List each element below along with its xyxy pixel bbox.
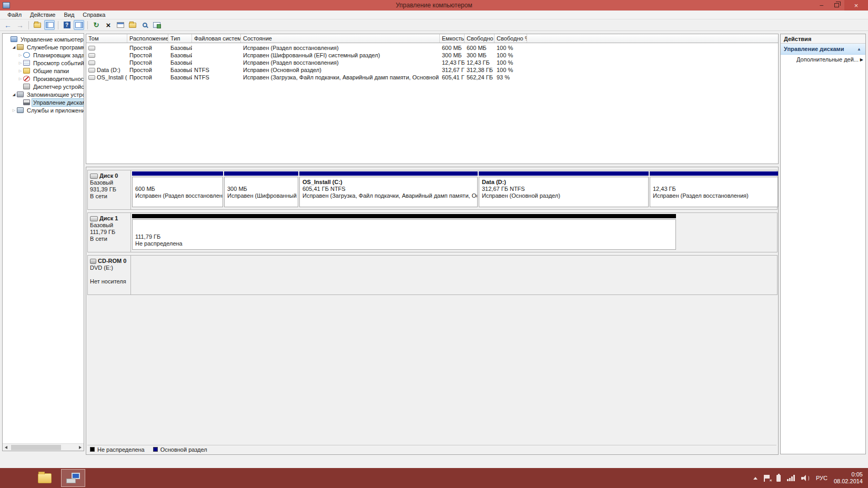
minimize-button[interactable]: – (814, 0, 829, 11)
column-header-status[interactable]: Состояние (241, 34, 440, 43)
show-action-pane-button[interactable] (74, 20, 84, 30)
scrollbar-thumb[interactable] (11, 445, 61, 450)
actions-group-disk-management[interactable]: Управление дисками (781, 44, 865, 55)
forward-button[interactable]: → (15, 20, 25, 30)
open-button[interactable] (127, 20, 138, 30)
task-scheduler-icon (23, 52, 30, 58)
volume-row[interactable]: Простой Базовый Исправен (Шифрованный (E… (86, 52, 778, 59)
expand-expander-icon[interactable]: ▷ (17, 69, 23, 73)
expand-expander-icon[interactable]: ▷ (11, 108, 17, 113)
horizontal-scrollbar[interactable] (3, 443, 84, 451)
partition-unallocated[interactable]: 111,79 ГБ Не распределена (132, 214, 676, 250)
action-center-flag-icon[interactable]: × (764, 475, 770, 482)
back-icon: ← (4, 21, 12, 29)
restore-button[interactable] (829, 0, 844, 11)
battery-icon[interactable] (776, 475, 781, 482)
actions-item-more-actions[interactable]: Дополнительные дей... (781, 55, 865, 64)
scroll-right-icon[interactable] (76, 444, 84, 451)
volume-type: Базовый (168, 59, 192, 66)
disk-graphical-view: Диск 0 Базовый 931,39 ГБ В сети 600 МБ И… (86, 167, 779, 455)
language-indicator[interactable]: РУС (816, 475, 827, 481)
volume-row[interactable]: Простой Базовый Исправен (Раздел восстан… (86, 59, 778, 66)
expand-expander-icon[interactable]: ▷ (17, 77, 23, 81)
date: 08.02.2014 (834, 478, 863, 485)
partition-data-d[interactable]: Data (D:) 312,67 ГБ NTFS Исправен (Основ… (479, 171, 649, 207)
menu-view[interactable]: Вид (59, 11, 78, 19)
taskbar-file-explorer[interactable] (33, 469, 57, 487)
column-header-capacity[interactable]: Емкость (440, 34, 465, 43)
menu-bar: Файл Действие Вид Справка (0, 11, 868, 19)
tree-item-task-scheduler[interactable]: ▷ Планировщик заданий (3, 51, 84, 59)
menu-action[interactable]: Действие (26, 11, 59, 19)
up-folder-button[interactable] (32, 20, 43, 30)
volume-row[interactable]: OS_Install (C:) Простой Базовый NTFS Исп… (86, 74, 778, 81)
column-header-type[interactable]: Тип (168, 34, 192, 43)
disk-1-label[interactable]: Диск 1 Базовый 111,79 ГБ В сети (88, 213, 131, 252)
volume-name: Data (D:) (97, 66, 120, 74)
cdrom-0-label[interactable]: CD-ROM 0 DVD (E:) Нет носителя (88, 256, 131, 294)
partition-color-strip (479, 171, 649, 176)
partition-efi-300mb[interactable]: 300 МБ Исправен (Шифрованный (EFI) систе… (224, 171, 298, 207)
disk-0-label[interactable]: Диск 0 Базовый 931,39 ГБ В сети (88, 170, 131, 209)
cdrom-drive-letter: DVD (E:) (90, 265, 128, 271)
volume-type: Базовый (168, 74, 192, 81)
disk-status: В сети (90, 236, 128, 242)
disk-icon (90, 216, 98, 221)
properties-button[interactable] (115, 20, 126, 30)
disk-row-0: Диск 0 Базовый 931,39 ГБ В сети 600 МБ И… (87, 170, 778, 210)
disk-row-1: Диск 1 Базовый 111,79 ГБ В сети 111,79 Г… (87, 212, 778, 252)
column-header-free-percent[interactable]: Свободно % (494, 34, 527, 43)
computer-management-icon (66, 473, 80, 483)
primary-partition-swatch-icon (153, 447, 158, 452)
delete-button[interactable]: × (103, 20, 114, 30)
actions-item-label: Дополнительные дей... (796, 56, 860, 63)
column-header-free[interactable]: Свободно (465, 34, 494, 43)
show-console-tree-button[interactable] (44, 20, 55, 30)
volume-row[interactable]: Data (D:) Простой Базовый NTFS Исправен … (86, 66, 778, 74)
partition-os-install-c[interactable]: OS_Install (C:) 605,41 ГБ NTFS Исправен … (299, 171, 478, 207)
clock[interactable]: 0:05 08.02.2014 (834, 471, 863, 485)
disk-1-partitions: 111,79 ГБ Не распределена (131, 213, 777, 252)
collapse-expander-icon[interactable]: ◢ (11, 93, 17, 97)
column-header-layout[interactable]: Расположение (127, 34, 168, 43)
snapin-button[interactable] (152, 20, 162, 30)
column-header-filesystem[interactable]: Файловая система (192, 34, 241, 43)
menu-help[interactable]: Справка (78, 11, 109, 19)
find-button[interactable] (139, 20, 150, 30)
volume-status: Исправен (Основной раздел) (241, 66, 440, 74)
volume-filesystem: NTFS (192, 74, 241, 81)
help-button[interactable]: ? (62, 20, 72, 30)
volume-free: 562,24 ГБ (465, 74, 494, 81)
partition-color-strip (299, 171, 478, 176)
refresh-button[interactable]: ↻ (91, 20, 102, 30)
show-hidden-icons-icon[interactable] (753, 477, 758, 480)
disk-type: Базовый (90, 222, 128, 229)
tree-item-shared-folders[interactable]: ▷ Общие папки (3, 67, 84, 75)
tree-item-storage[interactable]: ◢ Запоминающие устройст (3, 90, 84, 98)
tree-item-device-manager[interactable]: ▷ Диспетчер устройств (3, 83, 84, 90)
scroll-left-icon[interactable] (3, 444, 10, 451)
tree-item-services-applications[interactable]: ▷ Службы и приложения (3, 106, 84, 114)
tree-item-performance[interactable]: ▷ Производительность (3, 75, 84, 83)
partition-recovery-12gb[interactable]: 12,43 ГБ Исправен (Раздел восстановления… (650, 171, 778, 207)
taskbar-computer-management[interactable] (61, 469, 85, 487)
partition-recovery-600mb[interactable]: 600 МБ Исправен (Раздел восстановления) (132, 171, 223, 207)
tree-item-computer-management[interactable]: ▷ Управление компьютером (л (3, 35, 84, 43)
network-signal-icon[interactable] (787, 475, 795, 481)
tree-item-system-tools[interactable]: ◢ Служебные программы (3, 43, 84, 51)
volume-row[interactable]: Простой Базовый Исправен (Раздел восстан… (86, 44, 778, 52)
taskbar-internet-explorer[interactable] (4, 469, 28, 487)
expand-expander-icon[interactable]: ▷ (17, 61, 23, 65)
menu-file[interactable]: Файл (3, 11, 26, 19)
close-button[interactable]: × (844, 0, 868, 11)
tree-item-event-viewer[interactable]: ▷ Просмотр событий (3, 59, 84, 67)
volume-icon[interactable] (801, 475, 810, 482)
expand-expander-icon[interactable]: ▷ (17, 53, 23, 57)
partition-color-strip (650, 171, 778, 176)
collapse-expander-icon[interactable]: ◢ (11, 45, 17, 49)
tree-item-disk-management[interactable]: ▷ Управление дисками (3, 98, 84, 106)
back-button[interactable]: ← (3, 20, 13, 30)
column-header-volume[interactable]: Том (86, 34, 127, 43)
cdrom-media-area (131, 256, 777, 294)
collapse-icon[interactable] (857, 47, 862, 52)
